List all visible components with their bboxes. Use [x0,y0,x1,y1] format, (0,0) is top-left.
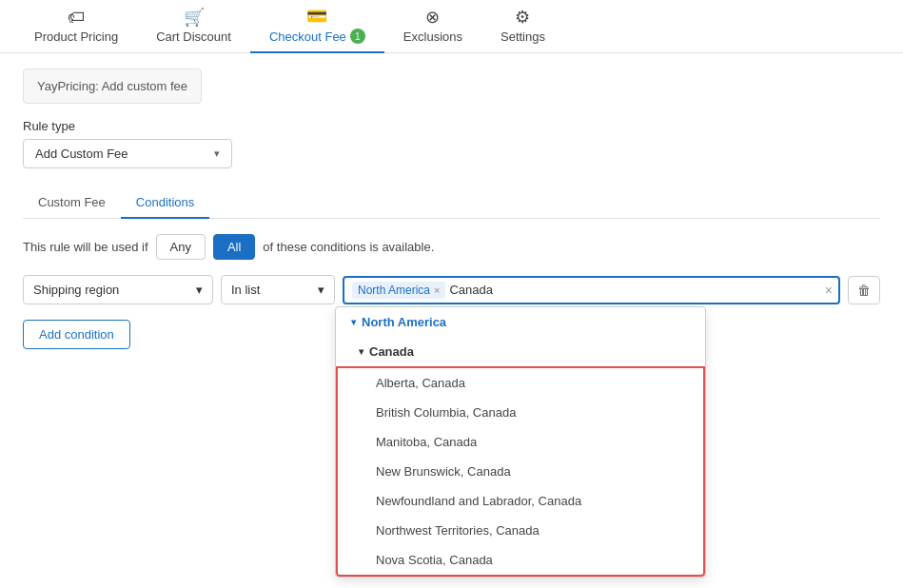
checkout-fee-badge: 1 [350,29,365,44]
dropdown-item-manitoba[interactable]: Manitoba, Canada [338,427,703,457]
item-nova-scotia: Nova Scotia, Canada [376,553,493,567]
nav-label-checkout-fee: Checkout Fee [269,29,346,44]
remove-tag-button[interactable]: × [434,284,440,296]
breadcrumb-text: YayPricing: Add custom fee [37,79,187,93]
tab-custom-fee-label: Custom Fee [38,195,106,209]
tab-custom-fee[interactable]: Custom Fee [23,187,121,219]
nav-item-cart-discount[interactable]: 🛒 Cart Discount [137,1,250,53]
exclusions-icon: ⊗ [425,9,440,26]
add-condition-button[interactable]: Add condition [23,320,130,349]
rule-type-arrow: ▾ [214,147,220,160]
conditions-suffix-text: of these conditions is available. [263,240,434,254]
nav-item-checkout-fee[interactable]: 💳 Checkout Fee 1 [250,0,384,53]
tag-label: North America [358,284,430,297]
card-icon: 💳 [306,8,327,25]
dropdown-item-newfoundland[interactable]: Newfoundland and Labrador, Canada [338,486,703,516]
nav-label-exclusions: Exclusions [403,29,462,44]
any-label: Any [170,240,191,254]
group-label: North America [362,315,446,329]
dropdown-item-bc[interactable]: British Columbia, Canada [338,398,703,427]
breadcrumb: YayPricing: Add custom fee [23,69,202,104]
region-value-input[interactable]: North America × × [343,276,840,304]
nav-item-exclusions[interactable]: ⊗ Exclusions [384,1,481,53]
region-dropdown: ▾ North America ▾ Canada Alberta, Canada… [335,306,706,578]
dropdown-item-new-brunswick[interactable]: New Brunswick, Canada [338,457,703,486]
rule-type-section: Rule type Add Custom Fee ▾ [23,119,880,168]
north-america-tag: North America × [352,282,445,299]
settings-icon: ⚙ [515,9,530,26]
content-area: YayPricing: Add custom fee Rule type Add… [0,53,903,588]
search-input[interactable] [449,283,831,297]
trash-icon: 🗑 [857,283,871,298]
nav-item-product-pricing[interactable]: 🏷 Product Pricing [15,1,137,53]
operator-label: In list [231,283,260,297]
region-arrow-icon: ▾ [196,283,203,297]
add-condition-label: Add condition [39,327,114,342]
operator-select[interactable]: In list ▾ [221,275,335,304]
region-select[interactable]: Shipping region ▾ [23,275,213,304]
dropdown-item-nova-scotia[interactable]: Nova Scotia, Canada [338,545,703,575]
rule-type-label: Rule type [23,119,880,133]
nav-label-cart-discount: Cart Discount [156,29,231,44]
group-arrow-icon: ▾ [351,317,356,327]
item-bc: British Columbia, Canada [376,405,516,420]
any-toggle[interactable]: Any [156,234,206,260]
region-label: Shipping region [33,283,119,297]
operator-arrow-icon: ▾ [318,283,324,297]
item-manitoba: Manitoba, Canada [376,435,477,449]
nav-label-product-pricing: Product Pricing [34,29,118,44]
rule-type-value: Add Custom Fee [35,147,128,161]
tabs: Custom Fee Conditions [23,187,880,219]
item-newfoundland: Newfoundland and Labrador, Canada [376,494,581,508]
delete-condition-button[interactable]: 🗑 [848,276,880,304]
conditions-intro-row: This rule will be used if Any All of the… [23,234,880,260]
item-new-brunswick: New Brunswick, Canada [376,464,511,479]
condition-row: Shipping region ▾ In list ▾ North Americ… [23,275,880,304]
item-northwest: Northwest Territories, Canada [376,523,540,538]
cart-icon: 🛒 [184,9,205,26]
clear-input-button[interactable]: × [825,283,833,298]
tab-conditions-label: Conditions [136,195,194,209]
sub-label: Canada [369,344,414,359]
dropdown-item-alberta[interactable]: Alberta, Canada [338,368,703,398]
nav-item-settings[interactable]: ⚙ Settings [481,1,564,53]
dropdown-sub-canada[interactable]: ▾ Canada [336,337,705,366]
tab-conditions[interactable]: Conditions [121,187,209,219]
conditions-intro-text: This rule will be used if [23,240,148,254]
tag-icon: 🏷 [68,9,85,26]
nav-bar: 🏷 Product Pricing 🛒 Cart Discount 💳 Chec… [0,0,903,53]
item-alberta: Alberta, Canada [376,376,465,390]
dropdown-item-northwest[interactable]: Northwest Territories, Canada [338,516,703,545]
rule-type-select[interactable]: Add Custom Fee ▾ [23,139,232,168]
dropdown-items-section: Alberta, Canada British Columbia, Canada… [336,366,705,577]
all-label: All [227,240,241,254]
sub-arrow-icon: ▾ [359,346,363,357]
nav-label-settings: Settings [501,29,545,44]
all-toggle[interactable]: All [213,234,255,260]
dropdown-group-north-america[interactable]: ▾ North America [336,307,705,337]
